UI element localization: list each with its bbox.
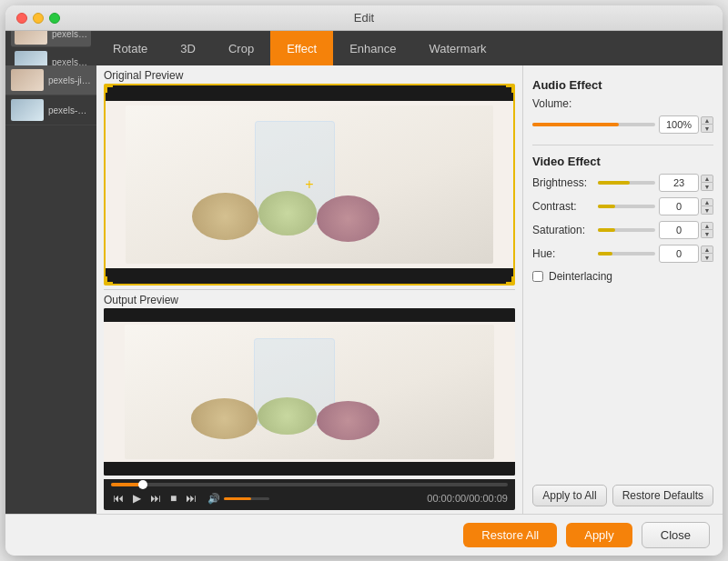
main-window: Edit pexels-jill-... pexels-ko... Rotate… — [5, 5, 723, 556]
output-video-frame — [104, 308, 515, 476]
tab-buttons: Rotate 3D Crop Effect Enhance Watermark — [96, 31, 723, 65]
brightness-down[interactable]: ▼ — [701, 183, 713, 191]
output-preview-label: Output Preview — [96, 290, 522, 308]
macaron1-original — [192, 193, 258, 240]
saturation-slider[interactable] — [598, 228, 655, 232]
volume-spinner: ▲ ▼ — [659, 115, 713, 134]
contrast-row: Contrast: ▲ ▼ — [532, 197, 713, 215]
brightness-spinner: ▲ ▼ — [659, 174, 713, 192]
contrast-input[interactable] — [659, 197, 699, 215]
volume-fill — [224, 497, 251, 500]
deinterlacing-label: Deinterlacing — [549, 270, 612, 283]
skip-back-button[interactable]: ⏮ — [111, 490, 126, 506]
right-panel: Audio Effect Volume: ▲ ▼ Video Effect — [522, 65, 723, 514]
hue-row: Hue: ▲ ▼ — [532, 245, 713, 263]
volume-icon: 🔊 — [207, 493, 220, 505]
brightness-up[interactable]: ▲ — [701, 175, 713, 183]
volume-slider[interactable] — [532, 123, 655, 126]
hue-spinner: ▲ ▼ — [659, 245, 713, 263]
minimize-window-button[interactable] — [33, 13, 44, 24]
saturation-up[interactable]: ▲ — [701, 222, 713, 230]
tab-rotate[interactable]: Rotate — [96, 31, 164, 65]
contrast-arrows: ▲ ▼ — [701, 198, 713, 215]
player-controls: ⏮ ▶ ⏭ ■ ⏭ 🔊 00:00:00/00:00:09 — [104, 479, 515, 510]
close-button[interactable]: Close — [642, 522, 710, 548]
brightness-arrows: ▲ ▼ — [701, 175, 713, 191]
sidebar-name-2: pexels-ko... — [48, 105, 91, 115]
original-preview-label: Original Preview — [96, 65, 522, 84]
brightness-label: Brightness: — [532, 176, 598, 189]
hue-label: Hue: — [532, 247, 598, 260]
volume-control-row: Volume: — [532, 97, 713, 110]
sidebar-thumb-1 — [11, 69, 44, 91]
brightness-row: Brightness: ▲ ▼ — [532, 174, 713, 192]
window-title: Edit — [354, 11, 374, 25]
volume-track[interactable] — [224, 497, 269, 500]
volume-slider-row: ▲ ▼ — [532, 115, 713, 134]
macaron3-output — [317, 401, 379, 440]
close-window-button[interactable] — [16, 13, 27, 24]
sidebar-file-1[interactable]: pexels-jill-... — [5, 65, 96, 95]
original-video-content — [106, 85, 513, 284]
contrast-slider[interactable] — [598, 205, 655, 208]
sidebar-name-1: pexels-jill-... — [48, 75, 91, 85]
restore-all-button[interactable]: Restore All — [463, 523, 557, 547]
sidebar-thumb-2 — [11, 99, 44, 121]
original-video-frame: + — [104, 84, 515, 286]
deinterlacing-row: Deinterlacing — [532, 270, 713, 283]
tab-3d[interactable]: 3D — [164, 31, 212, 65]
macaron2-original — [258, 191, 318, 235]
saturation-spinner: ▲ ▼ — [659, 221, 713, 239]
output-scene — [125, 325, 495, 458]
stop-button[interactable]: ■ — [168, 490, 178, 506]
next-button[interactable]: ⏭ — [184, 490, 198, 506]
controls-row: ⏮ ▶ ⏭ ■ ⏭ 🔊 00:00:00/00:00:09 — [111, 490, 508, 506]
hue-slider-fill — [598, 252, 612, 255]
brightness-slider-fill — [598, 181, 630, 185]
volume-input[interactable] — [659, 115, 699, 134]
output-video-content — [104, 308, 515, 476]
output-preview-section: Output Preview — [96, 290, 522, 514]
contrast-up[interactable]: ▲ — [701, 198, 713, 206]
footer-bar: Restore All Apply Close — [5, 514, 723, 556]
hue-slider[interactable] — [598, 252, 655, 255]
saturation-down[interactable]: ▼ — [701, 230, 713, 238]
apply-button[interactable]: Apply — [566, 523, 632, 547]
apply-to-all-button[interactable]: Apply to All — [532, 485, 606, 506]
original-preview-section: Original Preview + — [96, 65, 522, 289]
saturation-input[interactable] — [659, 221, 699, 239]
saturation-slider-fill — [598, 228, 615, 232]
hue-down[interactable]: ▼ — [701, 254, 713, 262]
section-divider-1 — [532, 145, 713, 145]
saturation-row: Saturation: ▲ ▼ — [532, 221, 713, 239]
volume-arrows: ▲ ▼ — [701, 116, 713, 133]
progress-track[interactable] — [111, 483, 508, 486]
tab-enhance[interactable]: Enhance — [333, 31, 412, 65]
preview-area: Original Preview + — [96, 65, 522, 514]
tab-watermark[interactable]: Watermark — [412, 31, 502, 65]
hue-input[interactable] — [659, 245, 699, 263]
volume-down[interactable]: ▼ — [701, 125, 713, 133]
maximize-window-button[interactable] — [49, 13, 60, 24]
sidebar-file-2[interactable]: pexels-ko... — [5, 95, 96, 125]
macaron1-output — [191, 398, 258, 438]
brightness-input[interactable] — [659, 174, 699, 192]
time-display: 00:00:00/00:00:09 — [427, 493, 508, 504]
brightness-slider[interactable] — [598, 181, 655, 185]
contrast-down[interactable]: ▼ — [701, 206, 713, 215]
tab-effect[interactable]: Effect — [270, 31, 333, 65]
audio-section-title: Audio Effect — [532, 78, 713, 92]
progress-bar-row — [111, 483, 508, 486]
file-sidebar: pexels-jill-... pexels-ko... — [5, 65, 96, 514]
restore-defaults-button[interactable]: Restore Defaults — [612, 485, 713, 506]
skip-forward-button[interactable]: ⏭ — [148, 490, 163, 506]
contrast-spinner: ▲ ▼ — [659, 197, 713, 215]
tab-crop[interactable]: Crop — [212, 31, 270, 65]
hue-up[interactable]: ▲ — [701, 245, 713, 254]
play-button[interactable]: ▶ — [131, 490, 143, 506]
saturation-arrows: ▲ ▼ — [701, 222, 713, 238]
contrast-slider-fill — [598, 205, 615, 208]
volume-label: Volume: — [532, 97, 598, 110]
volume-up[interactable]: ▲ — [701, 116, 713, 125]
deinterlacing-checkbox[interactable] — [532, 271, 543, 282]
